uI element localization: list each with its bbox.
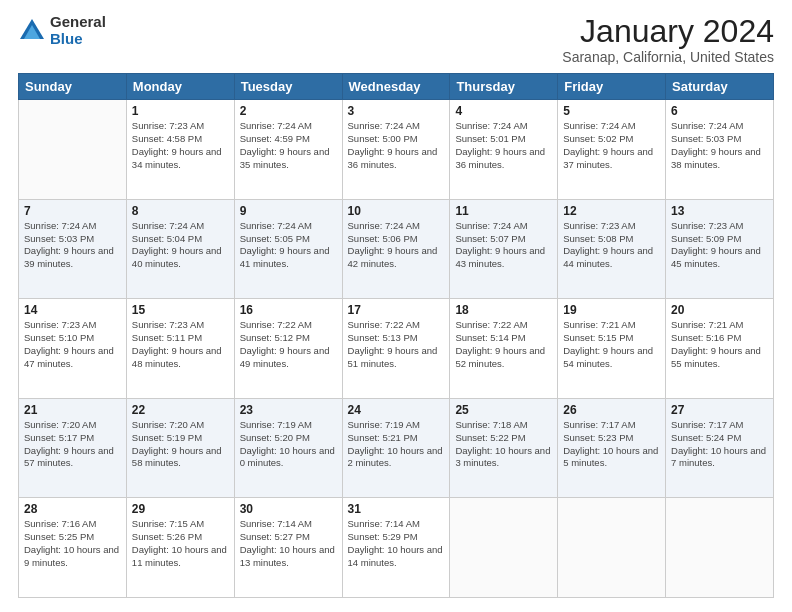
day-number: 14 (24, 303, 121, 317)
day-info: Sunrise: 7:19 AMSunset: 5:20 PMDaylight:… (240, 419, 337, 470)
calendar-week-1: 1Sunrise: 7:23 AMSunset: 4:58 PMDaylight… (19, 100, 774, 200)
calendar-cell: 18Sunrise: 7:22 AMSunset: 5:14 PMDayligh… (450, 299, 558, 399)
day-number: 9 (240, 204, 337, 218)
calendar-cell: 7Sunrise: 7:24 AMSunset: 5:03 PMDaylight… (19, 199, 127, 299)
day-number: 11 (455, 204, 552, 218)
calendar-cell: 14Sunrise: 7:23 AMSunset: 5:10 PMDayligh… (19, 299, 127, 399)
day-info: Sunrise: 7:24 AMSunset: 5:07 PMDaylight:… (455, 220, 552, 271)
day-info: Sunrise: 7:23 AMSunset: 5:09 PMDaylight:… (671, 220, 768, 271)
calendar-cell: 24Sunrise: 7:19 AMSunset: 5:21 PMDayligh… (342, 398, 450, 498)
logo-icon (18, 17, 46, 45)
calendar-cell: 30Sunrise: 7:14 AMSunset: 5:27 PMDayligh… (234, 498, 342, 598)
calendar-cell (558, 498, 666, 598)
calendar-table: Sunday Monday Tuesday Wednesday Thursday… (18, 73, 774, 598)
calendar-cell: 22Sunrise: 7:20 AMSunset: 5:19 PMDayligh… (126, 398, 234, 498)
calendar-cell: 12Sunrise: 7:23 AMSunset: 5:08 PMDayligh… (558, 199, 666, 299)
calendar-cell (19, 100, 127, 200)
calendar-cell: 29Sunrise: 7:15 AMSunset: 5:26 PMDayligh… (126, 498, 234, 598)
calendar-cell: 25Sunrise: 7:18 AMSunset: 5:22 PMDayligh… (450, 398, 558, 498)
day-number: 24 (348, 403, 445, 417)
day-info: Sunrise: 7:24 AMSunset: 5:03 PMDaylight:… (671, 120, 768, 171)
day-info: Sunrise: 7:24 AMSunset: 5:01 PMDaylight:… (455, 120, 552, 171)
day-info: Sunrise: 7:15 AMSunset: 5:26 PMDaylight:… (132, 518, 229, 569)
calendar-week-5: 28Sunrise: 7:16 AMSunset: 5:25 PMDayligh… (19, 498, 774, 598)
day-info: Sunrise: 7:23 AMSunset: 4:58 PMDaylight:… (132, 120, 229, 171)
logo-general: General (50, 14, 106, 31)
day-info: Sunrise: 7:24 AMSunset: 5:03 PMDaylight:… (24, 220, 121, 271)
calendar-cell: 19Sunrise: 7:21 AMSunset: 5:15 PMDayligh… (558, 299, 666, 399)
day-number: 10 (348, 204, 445, 218)
day-number: 16 (240, 303, 337, 317)
calendar-cell: 2Sunrise: 7:24 AMSunset: 4:59 PMDaylight… (234, 100, 342, 200)
header: General Blue January 2024 Saranap, Calif… (18, 14, 774, 65)
subtitle: Saranap, California, United States (562, 49, 774, 65)
day-info: Sunrise: 7:23 AMSunset: 5:11 PMDaylight:… (132, 319, 229, 370)
header-friday: Friday (558, 74, 666, 100)
calendar-week-3: 14Sunrise: 7:23 AMSunset: 5:10 PMDayligh… (19, 299, 774, 399)
day-number: 1 (132, 104, 229, 118)
calendar-cell: 16Sunrise: 7:22 AMSunset: 5:12 PMDayligh… (234, 299, 342, 399)
day-info: Sunrise: 7:14 AMSunset: 5:29 PMDaylight:… (348, 518, 445, 569)
header-wednesday: Wednesday (342, 74, 450, 100)
calendar-cell: 15Sunrise: 7:23 AMSunset: 5:11 PMDayligh… (126, 299, 234, 399)
calendar-week-2: 7Sunrise: 7:24 AMSunset: 5:03 PMDaylight… (19, 199, 774, 299)
day-number: 19 (563, 303, 660, 317)
day-info: Sunrise: 7:23 AMSunset: 5:08 PMDaylight:… (563, 220, 660, 271)
day-number: 31 (348, 502, 445, 516)
day-info: Sunrise: 7:22 AMSunset: 5:13 PMDaylight:… (348, 319, 445, 370)
day-number: 25 (455, 403, 552, 417)
calendar-cell: 28Sunrise: 7:16 AMSunset: 5:25 PMDayligh… (19, 498, 127, 598)
day-number: 3 (348, 104, 445, 118)
calendar-cell: 11Sunrise: 7:24 AMSunset: 5:07 PMDayligh… (450, 199, 558, 299)
calendar-cell: 21Sunrise: 7:20 AMSunset: 5:17 PMDayligh… (19, 398, 127, 498)
main-title: January 2024 (562, 14, 774, 49)
header-tuesday: Tuesday (234, 74, 342, 100)
day-info: Sunrise: 7:24 AMSunset: 5:02 PMDaylight:… (563, 120, 660, 171)
day-number: 15 (132, 303, 229, 317)
calendar-cell: 4Sunrise: 7:24 AMSunset: 5:01 PMDaylight… (450, 100, 558, 200)
day-number: 13 (671, 204, 768, 218)
calendar-cell: 23Sunrise: 7:19 AMSunset: 5:20 PMDayligh… (234, 398, 342, 498)
day-number: 2 (240, 104, 337, 118)
calendar-cell: 5Sunrise: 7:24 AMSunset: 5:02 PMDaylight… (558, 100, 666, 200)
day-info: Sunrise: 7:21 AMSunset: 5:15 PMDaylight:… (563, 319, 660, 370)
day-info: Sunrise: 7:16 AMSunset: 5:25 PMDaylight:… (24, 518, 121, 569)
logo: General Blue (18, 14, 106, 47)
day-info: Sunrise: 7:14 AMSunset: 5:27 PMDaylight:… (240, 518, 337, 569)
day-number: 21 (24, 403, 121, 417)
day-number: 30 (240, 502, 337, 516)
day-info: Sunrise: 7:23 AMSunset: 5:10 PMDaylight:… (24, 319, 121, 370)
day-number: 20 (671, 303, 768, 317)
day-number: 22 (132, 403, 229, 417)
calendar-header-row: Sunday Monday Tuesday Wednesday Thursday… (19, 74, 774, 100)
calendar-cell: 13Sunrise: 7:23 AMSunset: 5:09 PMDayligh… (666, 199, 774, 299)
calendar-cell: 3Sunrise: 7:24 AMSunset: 5:00 PMDaylight… (342, 100, 450, 200)
day-number: 4 (455, 104, 552, 118)
calendar-cell: 27Sunrise: 7:17 AMSunset: 5:24 PMDayligh… (666, 398, 774, 498)
header-thursday: Thursday (450, 74, 558, 100)
header-sunday: Sunday (19, 74, 127, 100)
day-number: 5 (563, 104, 660, 118)
calendar-cell (450, 498, 558, 598)
day-number: 18 (455, 303, 552, 317)
title-block: January 2024 Saranap, California, United… (562, 14, 774, 65)
header-monday: Monday (126, 74, 234, 100)
day-info: Sunrise: 7:20 AMSunset: 5:17 PMDaylight:… (24, 419, 121, 470)
day-info: Sunrise: 7:24 AMSunset: 5:04 PMDaylight:… (132, 220, 229, 271)
day-info: Sunrise: 7:21 AMSunset: 5:16 PMDaylight:… (671, 319, 768, 370)
calendar-cell: 20Sunrise: 7:21 AMSunset: 5:16 PMDayligh… (666, 299, 774, 399)
day-number: 12 (563, 204, 660, 218)
day-info: Sunrise: 7:18 AMSunset: 5:22 PMDaylight:… (455, 419, 552, 470)
day-info: Sunrise: 7:20 AMSunset: 5:19 PMDaylight:… (132, 419, 229, 470)
day-number: 27 (671, 403, 768, 417)
calendar-cell: 26Sunrise: 7:17 AMSunset: 5:23 PMDayligh… (558, 398, 666, 498)
header-saturday: Saturday (666, 74, 774, 100)
day-number: 7 (24, 204, 121, 218)
page: General Blue January 2024 Saranap, Calif… (0, 0, 792, 612)
calendar-cell: 6Sunrise: 7:24 AMSunset: 5:03 PMDaylight… (666, 100, 774, 200)
day-info: Sunrise: 7:24 AMSunset: 5:00 PMDaylight:… (348, 120, 445, 171)
calendar-cell: 31Sunrise: 7:14 AMSunset: 5:29 PMDayligh… (342, 498, 450, 598)
day-number: 29 (132, 502, 229, 516)
day-info: Sunrise: 7:19 AMSunset: 5:21 PMDaylight:… (348, 419, 445, 470)
day-info: Sunrise: 7:24 AMSunset: 5:05 PMDaylight:… (240, 220, 337, 271)
